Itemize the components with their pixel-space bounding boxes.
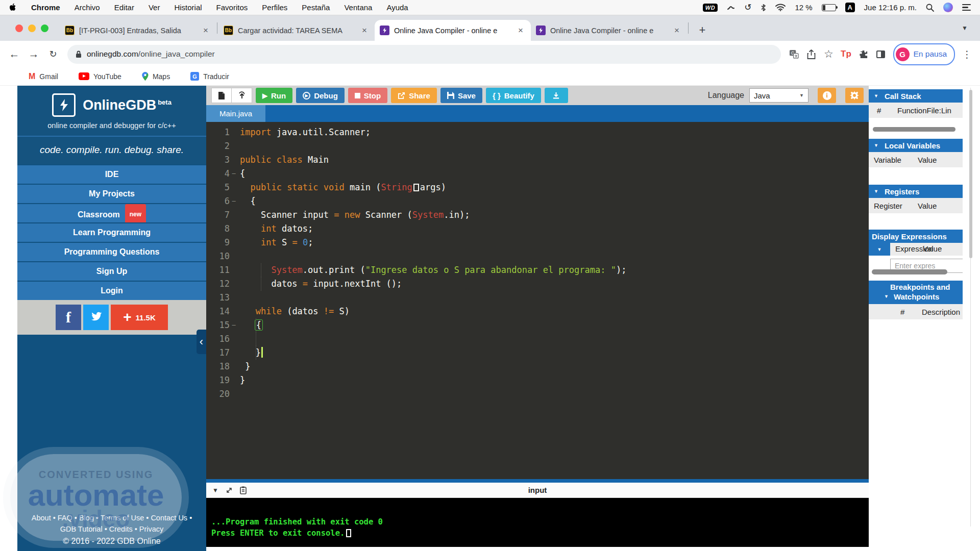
line-number[interactable]: 18 — [206, 360, 230, 373]
line-number[interactable]: 19 — [206, 373, 230, 387]
line-number[interactable]: 1 — [206, 126, 230, 139]
sidebar-item-programming-questions[interactable]: Programming Questions — [17, 242, 206, 261]
line-number[interactable]: 4 — [206, 167, 230, 181]
stop-button[interactable]: Stop — [348, 88, 387, 103]
line-number[interactable]: 16 — [206, 332, 230, 346]
sidebar-item-learn-programming[interactable]: Learn Programming — [17, 222, 206, 242]
menu-historial[interactable]: Historial — [174, 3, 202, 12]
menu-pestana[interactable]: Pestaña — [302, 3, 330, 12]
sidebar-item-login[interactable]: Login — [17, 281, 206, 300]
bluetooth-icon[interactable] — [761, 4, 766, 12]
info-button[interactable]: i — [818, 88, 836, 103]
footer-links-1[interactable]: About • FAQ • Blog • Terms of Use • Cont… — [17, 512, 206, 523]
close-window-button[interactable] — [15, 24, 23, 32]
console-resize-divider[interactable] — [206, 479, 869, 483]
translate-icon[interactable]: G — [786, 46, 802, 62]
close-tab-icon[interactable]: × — [359, 26, 370, 36]
sidebar-item-classroom[interactable]: Classroomnew — [17, 203, 206, 222]
minimize-window-button[interactable] — [28, 24, 36, 32]
line-number[interactable]: 6 — [206, 194, 230, 208]
code-line[interactable]: 11 System.out.print ("Ingrese datos o S … — [206, 263, 869, 277]
code-line[interactable]: 7 Scanner input = new Scanner (System.in… — [206, 208, 869, 222]
google-plus-share-button[interactable]: + 11.5K — [111, 305, 168, 330]
bookmark-traducir[interactable]: G Traducir — [190, 72, 229, 81]
menu-ventana[interactable]: Ventana — [344, 3, 372, 12]
code-line[interactable]: 6‒ { — [206, 194, 869, 208]
breakpoints-header[interactable]: Breakpoints and ▼Watchpoints — [869, 281, 963, 304]
code-line[interactable]: 2 — [206, 139, 869, 153]
tab-blackboard-cargar[interactable]: Bb Cargar actividad: TAREA SEMA × — [218, 20, 375, 41]
time-machine-icon[interactable]: ↺ — [744, 2, 751, 13]
line-number[interactable]: 17 — [206, 346, 230, 360]
menu-ver[interactable]: Ver — [149, 3, 160, 12]
run-button[interactable]: ▶ Run — [256, 88, 292, 103]
code-line[interactable]: 12 datos = input.nextInt (); — [206, 277, 869, 291]
settings-button[interactable] — [845, 88, 864, 103]
sidebar-item-sign-up[interactable]: Sign Up — [17, 261, 206, 281]
twitter-button[interactable] — [83, 305, 109, 330]
close-tab-icon[interactable]: × — [516, 26, 526, 36]
bookmark-youtube[interactable]: YouTube — [79, 72, 121, 81]
code-line[interactable]: 9 int S = 0; — [206, 236, 869, 249]
side-panel-icon[interactable] — [873, 46, 889, 62]
code-line[interactable]: 3public class Main — [206, 153, 869, 167]
extensions-puzzle-icon[interactable] — [855, 46, 872, 62]
line-number[interactable]: 2 — [206, 139, 230, 153]
code-line[interactable]: 13 — [206, 291, 869, 305]
menu-ayuda[interactable]: Ayuda — [386, 3, 408, 12]
brand-block[interactable]: OnlineGDBbeta online compiler and debugg… — [17, 86, 206, 136]
sidebar-item-ide[interactable]: IDE — [17, 164, 206, 184]
fold-marker[interactable]: ‒ — [230, 318, 238, 332]
code-line[interactable]: 19} — [206, 373, 869, 387]
line-number[interactable]: 11 — [206, 263, 230, 277]
tab-blackboard-entradas[interactable]: Bb [IT-PRGI-003] Entradas, Salida × — [60, 20, 216, 41]
close-tab-icon[interactable]: × — [672, 26, 682, 36]
local-variables-header[interactable]: ▼ Local Variables — [869, 139, 963, 152]
code-line[interactable]: 17 } — [206, 346, 869, 360]
menu-perfiles[interactable]: Perfiles — [262, 3, 287, 12]
line-number[interactable]: 10 — [206, 249, 230, 263]
wifi-icon[interactable] — [775, 4, 786, 11]
lock-icon[interactable] — [76, 51, 82, 58]
menu-favoritos[interactable]: Favoritos — [216, 3, 248, 12]
menu-archivo[interactable]: Archivo — [75, 3, 100, 12]
footer-links-2[interactable]: GDB Tutorial • Credits • Privacy — [17, 523, 206, 535]
share-button[interactable]: Share — [391, 88, 437, 103]
app-status-icon[interactable] — [727, 4, 735, 12]
line-number[interactable]: 15 — [206, 318, 230, 332]
registers-header[interactable]: ▼ Registers — [869, 185, 963, 198]
line-number[interactable]: 9 — [206, 236, 230, 249]
address-bar[interactable]: onlinegdb.com/online_java_compiler — [67, 45, 781, 64]
code-line[interactable]: 1import java.util.Scanner; — [206, 126, 869, 139]
battery-icon[interactable] — [822, 4, 836, 11]
forward-button[interactable]: → — [24, 45, 43, 63]
apple-icon[interactable] — [9, 3, 17, 12]
bookmark-star-icon[interactable]: ☆ — [821, 46, 837, 62]
fold-marker[interactable]: ‒ — [230, 194, 238, 208]
tab-search-chevron-icon[interactable]: ▼ — [957, 24, 973, 32]
line-number[interactable]: 7 — [206, 208, 230, 222]
tp-extension-icon[interactable]: Tp — [838, 46, 854, 62]
code-line[interactable]: 5 public static void main (Stringargs) — [206, 181, 869, 194]
chevron-down-icon[interactable]: ▼ — [869, 243, 890, 256]
code-line[interactable]: 8 int datos; — [206, 222, 869, 236]
code-line[interactable]: 15‒ { — [206, 318, 869, 332]
debug-button[interactable]: ▶ Debug — [296, 88, 345, 103]
tab-online-java-compiler-2[interactable]: Online Java Compiler - online e × — [531, 20, 687, 41]
siri-icon[interactable] — [943, 3, 953, 12]
display-expressions-header[interactable]: Display Expressions — [869, 230, 963, 243]
language-select[interactable]: Java ▼ — [749, 88, 808, 103]
bookmark-maps[interactable]: Maps — [142, 72, 170, 81]
code-editor[interactable]: 1import java.util.Scanner;23public class… — [206, 122, 869, 479]
reload-button[interactable]: ↻ — [44, 45, 62, 63]
call-stack-header[interactable]: ▼ Call Stack — [869, 89, 963, 103]
line-number[interactable]: 5 — [206, 181, 230, 194]
bookmark-gmail[interactable]: M Gmail — [29, 72, 58, 81]
fold-marker[interactable]: ‒ — [230, 167, 238, 181]
browser-menu-icon[interactable]: ⋮ — [959, 48, 975, 60]
close-tab-icon[interactable]: × — [201, 26, 211, 36]
profile-button[interactable]: G En pausa — [893, 43, 955, 65]
line-number[interactable]: 12 — [206, 277, 230, 291]
editor-tab-main-java[interactable]: Main.java — [206, 105, 265, 122]
line-number[interactable]: 20 — [206, 387, 230, 401]
